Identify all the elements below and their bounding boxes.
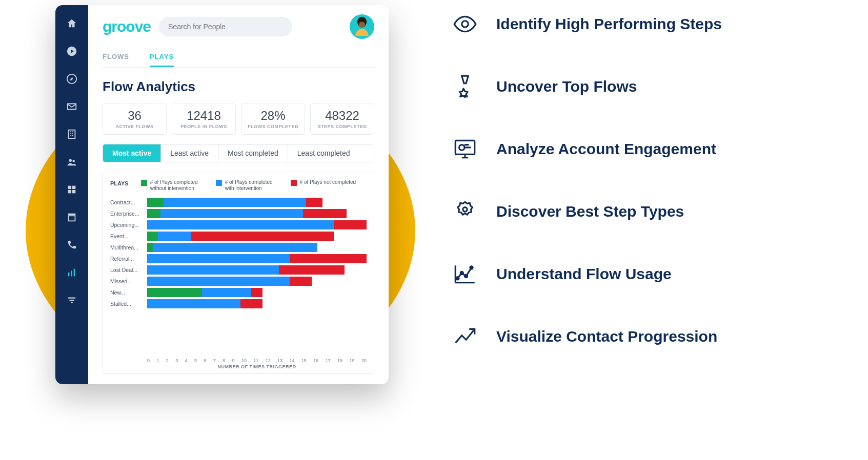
- x-tick: 9: [232, 358, 235, 363]
- x-tick: 14: [289, 358, 294, 363]
- search-input[interactable]: [159, 17, 292, 36]
- bar-label: Upcoming...: [110, 222, 147, 228]
- legend-text: # of Plays not completed: [300, 179, 356, 185]
- bar-segment: [147, 220, 334, 229]
- nav-play-icon[interactable]: [66, 45, 78, 57]
- svg-rect-13: [74, 269, 75, 277]
- bar-segment: [290, 277, 312, 286]
- metric-card: 28%FLOWS COMPLETED: [241, 103, 305, 135]
- feature-text: Identify High Performing Steps: [496, 15, 722, 33]
- tab-flows[interactable]: FLOWS: [103, 53, 129, 67]
- legend-item: # of Plays completed without interventio…: [141, 179, 207, 192]
- svg-point-22: [459, 145, 465, 150]
- bar-track: [147, 243, 367, 252]
- x-tick: 19: [349, 358, 354, 363]
- bar-row: Enterprise...: [110, 208, 367, 219]
- main-panel: groove FLOWS PLAYS Flow Analytics 36ACTI…: [88, 5, 389, 384]
- x-tick: 13: [277, 358, 282, 363]
- bar-track: [147, 254, 367, 263]
- x-tick: 3: [175, 358, 178, 363]
- chart-x-axis: 01234567891011121314151617181920: [110, 358, 367, 363]
- metric-value: 12418: [176, 109, 231, 123]
- svg-rect-10: [69, 216, 75, 221]
- nav-analytics-icon[interactable]: [66, 266, 78, 279]
- filter-most-completed[interactable]: Most completed: [218, 144, 288, 162]
- filter-least-completed[interactable]: Least completed: [288, 144, 374, 162]
- bar-segment: [279, 265, 345, 275]
- bar-segment: [334, 220, 367, 229]
- x-tick: 4: [185, 358, 188, 363]
- bar-label: Referral...: [110, 256, 147, 262]
- x-tick: 0: [147, 358, 150, 363]
- filter-least-active[interactable]: Least active: [161, 144, 218, 162]
- nav-home-icon[interactable]: [66, 17, 78, 30]
- bar-segment: [147, 232, 158, 241]
- metric-card: 36ACTIVE FLOWS: [103, 103, 167, 135]
- eye-icon: [451, 10, 479, 38]
- legend-item: # of Plays not completed: [291, 179, 356, 192]
- bar-track: [147, 277, 367, 286]
- bar-track: [147, 209, 367, 218]
- svg-point-4: [72, 160, 75, 162]
- bar-segment: [147, 277, 290, 286]
- bar-segment: [147, 198, 164, 207]
- svg-point-20: [462, 21, 469, 28]
- bar-track: [147, 220, 367, 229]
- bar-segment: [147, 288, 202, 297]
- svg-rect-14: [68, 298, 76, 299]
- metric-value: 28%: [246, 109, 300, 123]
- metric-label: STEPS COMPLETED: [315, 124, 370, 129]
- nav-phone-icon[interactable]: [66, 239, 78, 251]
- left-rail: [55, 5, 88, 384]
- svg-rect-11: [68, 273, 70, 276]
- svg-rect-16: [71, 302, 73, 303]
- feature-item: Identify High Performing Steps: [451, 10, 861, 38]
- nav-filter-icon[interactable]: [66, 294, 78, 306]
- tabs: FLOWS PLAYS: [103, 47, 374, 68]
- bar-segment: [147, 243, 153, 252]
- bar-segment: [147, 209, 160, 218]
- svg-rect-15: [69, 300, 74, 301]
- metric-value: 36: [107, 109, 162, 123]
- bar-row: Lost Deal...: [110, 264, 367, 275]
- trend-icon: [451, 323, 479, 350]
- nav-building-icon[interactable]: [66, 128, 78, 140]
- nav-explore-icon[interactable]: [66, 73, 78, 85]
- nav-people-icon[interactable]: [66, 156, 78, 168]
- linechart-icon: [451, 260, 479, 288]
- bar-segment: [191, 232, 334, 241]
- x-tick: 6: [204, 358, 206, 363]
- legend-text: # of Plays completed with intervention: [225, 179, 281, 192]
- x-tick: 2: [166, 358, 169, 363]
- medal-icon: [451, 73, 479, 100]
- bar-label: Stalled...: [110, 301, 147, 307]
- filter-group: Most activeLeast activeMost completedLea…: [103, 144, 374, 162]
- bar-segment: [202, 288, 251, 297]
- svg-point-25: [460, 271, 463, 274]
- bar-row: Referral...: [110, 253, 367, 264]
- nav-mail-icon[interactable]: [66, 100, 78, 113]
- legend-swatch: [216, 180, 222, 186]
- ribbon-icon: [451, 198, 479, 225]
- bar-row: Missed...: [110, 276, 367, 286]
- svg-point-27: [470, 266, 473, 269]
- bar-segment: [147, 265, 279, 275]
- bar-segment: [303, 209, 347, 218]
- feature-item: Analyze Account Engagement: [451, 135, 861, 163]
- feature-text: Uncover Top Flows: [496, 78, 637, 95]
- bar-label: Contract...: [110, 199, 147, 205]
- filter-most-active[interactable]: Most active: [103, 144, 161, 162]
- bar-segment: [240, 299, 263, 308]
- feature-list: Identify High Performing StepsUncover To…: [451, 10, 861, 350]
- nav-grid-icon[interactable]: [66, 183, 78, 196]
- tab-plays[interactable]: PLAYS: [150, 53, 174, 67]
- bar-track: [147, 288, 367, 297]
- svg-rect-8: [72, 190, 75, 193]
- nav-archive-icon[interactable]: [66, 211, 78, 223]
- feature-item: Uncover Top Flows: [451, 73, 861, 100]
- x-tick: 10: [241, 358, 247, 363]
- feature-item: Understand Flow Usage: [451, 260, 861, 288]
- svg-point-26: [465, 275, 467, 278]
- x-tick: 7: [213, 358, 216, 363]
- avatar[interactable]: [350, 14, 374, 39]
